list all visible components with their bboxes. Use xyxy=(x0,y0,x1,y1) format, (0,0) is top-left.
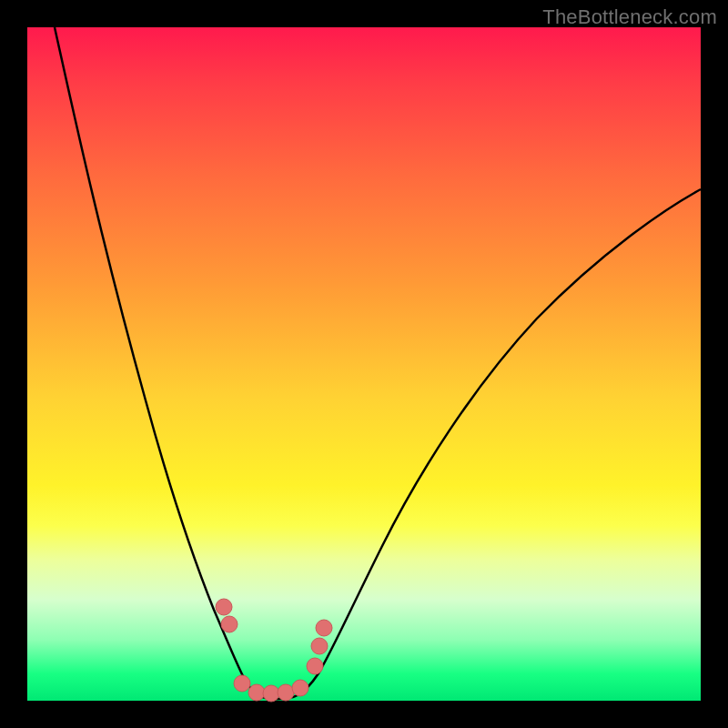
chart-plot-area xyxy=(27,27,701,701)
marker-dot xyxy=(216,599,232,615)
marker-dot xyxy=(248,684,265,701)
chart-frame: TheBottleneck.com xyxy=(0,0,728,728)
marker-dot xyxy=(292,680,308,696)
marker-dot xyxy=(311,638,328,654)
marker-dot xyxy=(316,620,332,636)
marker-dot xyxy=(278,684,294,701)
marker-dot xyxy=(263,685,279,702)
marker-dot xyxy=(307,658,323,674)
marker-dot xyxy=(234,675,250,692)
marker-dot xyxy=(221,616,238,632)
watermark-text: TheBottleneck.com xyxy=(542,5,717,29)
bottleneck-curve-path xyxy=(55,27,701,699)
chart-svg xyxy=(27,27,701,701)
marker-group xyxy=(216,599,332,702)
